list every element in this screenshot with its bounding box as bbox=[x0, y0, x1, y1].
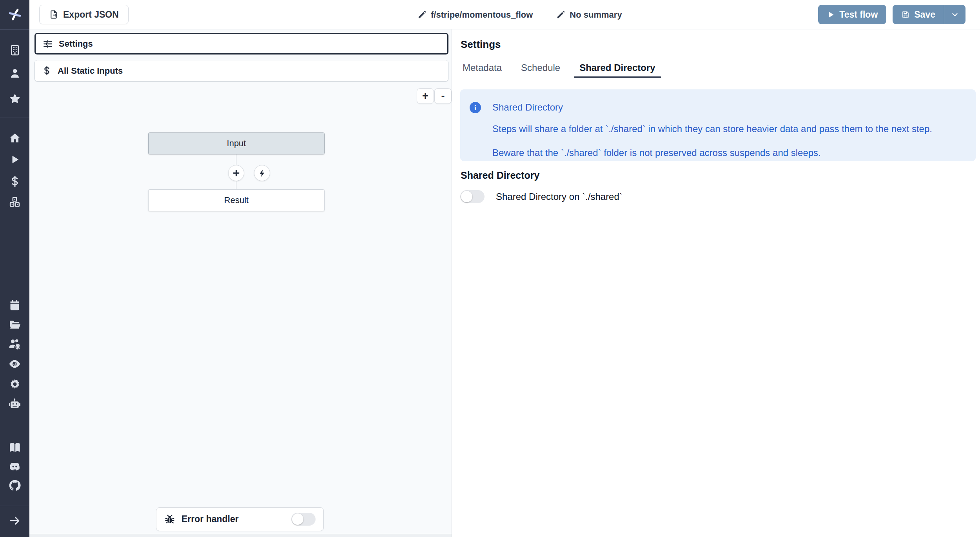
toggle-knob bbox=[461, 191, 472, 202]
sidebar-item-folders[interactable] bbox=[0, 314, 29, 335]
star-icon bbox=[9, 93, 21, 105]
home-icon bbox=[9, 132, 21, 144]
folder-icon bbox=[9, 318, 21, 331]
shared-directory-section-title: Shared Directory bbox=[461, 170, 539, 181]
plus-icon bbox=[232, 169, 241, 178]
flow-settings-box[interactable]: Settings bbox=[34, 33, 448, 54]
sidebar-item-github[interactable] bbox=[0, 475, 29, 495]
pinwheel-icon bbox=[8, 7, 22, 22]
info-line-2: Beware that the `./shared` folder is not… bbox=[492, 147, 821, 158]
error-handler-toggle[interactable] bbox=[291, 513, 316, 526]
save-split-button: Save bbox=[893, 5, 965, 24]
settings-panel-title: Settings bbox=[461, 38, 501, 51]
building-icon bbox=[9, 44, 21, 56]
dollar-icon bbox=[9, 176, 21, 187]
cubes-icon bbox=[9, 196, 21, 208]
save-button[interactable]: Save bbox=[893, 5, 944, 24]
export-json-button[interactable]: Export JSON bbox=[39, 5, 129, 24]
all-static-inputs-label: All Static Inputs bbox=[58, 66, 123, 76]
tab-label: Schedule bbox=[521, 62, 560, 73]
sidebar-item-schedules[interactable] bbox=[0, 295, 29, 315]
shared-directory-toggle-label: Shared Directory on `./shared` bbox=[496, 191, 622, 202]
flow-settings-label: Settings bbox=[59, 39, 93, 49]
file-export-icon bbox=[49, 10, 58, 19]
sidebar-item-variables[interactable] bbox=[0, 171, 29, 192]
tab-metadata[interactable]: Metadata bbox=[457, 58, 507, 77]
sidebar-item-groups[interactable] bbox=[0, 334, 29, 354]
test-flow-label: Test flow bbox=[839, 9, 878, 20]
info-line-1: Steps will share a folder at `./shared` … bbox=[492, 123, 932, 134]
flow-summary-edit[interactable]: No summary bbox=[556, 10, 622, 20]
result-node-label: Result bbox=[224, 195, 249, 205]
sidebar-divider bbox=[0, 118, 29, 118]
dollar-icon bbox=[42, 66, 52, 76]
flow-path: f/stripe/momentous_flow bbox=[431, 10, 533, 20]
test-flow-button[interactable]: Test flow bbox=[818, 5, 886, 24]
error-handler-box[interactable]: Error handler bbox=[156, 507, 324, 531]
robot-icon bbox=[8, 397, 21, 410]
save-dropdown-button[interactable] bbox=[944, 5, 965, 24]
bug-icon bbox=[164, 514, 175, 525]
shared-directory-toggle[interactable] bbox=[460, 190, 485, 203]
windmill-logo[interactable] bbox=[0, 4, 29, 25]
minus-glyph: - bbox=[441, 91, 445, 102]
canvas-bottom-strip bbox=[29, 534, 452, 537]
sidebar-item-workers[interactable] bbox=[0, 394, 29, 414]
play-icon bbox=[9, 154, 20, 165]
sidebar-item-settings[interactable] bbox=[0, 374, 29, 394]
sidebar-divider bbox=[0, 29, 29, 30]
gear-icon bbox=[9, 378, 21, 390]
add-step-button[interactable] bbox=[228, 165, 244, 181]
flow-path-edit[interactable]: f/stripe/momentous_flow bbox=[417, 10, 533, 20]
flow-editor-panel: Settings All Static Inputs + - Input bbox=[29, 29, 452, 537]
tab-label: Shared Directory bbox=[579, 62, 655, 73]
bolt-icon bbox=[258, 169, 267, 178]
input-node[interactable]: Input bbox=[148, 132, 325, 154]
play-icon bbox=[827, 11, 835, 19]
sidebar-divider bbox=[0, 506, 29, 506]
sidebar bbox=[0, 0, 29, 537]
settings-panel: Settings Metadata Schedule Shared Direct… bbox=[452, 29, 980, 537]
sidebar-item-workspace[interactable] bbox=[0, 40, 29, 60]
pencil-icon bbox=[417, 10, 426, 19]
sidebar-item-audit-logs[interactable] bbox=[0, 354, 29, 374]
pencil-icon bbox=[556, 10, 565, 19]
shared-directory-info-box: i Shared Directory Steps will share a fo… bbox=[460, 89, 976, 161]
topbar: Export JSON f/stripe/momentous_flow No s… bbox=[29, 0, 980, 29]
sidebar-item-user[interactable] bbox=[0, 63, 29, 83]
input-node-label: Input bbox=[227, 138, 246, 149]
arrow-right-icon bbox=[9, 515, 21, 527]
users-gear-icon bbox=[8, 337, 21, 350]
sliders-icon bbox=[43, 39, 53, 49]
error-handler-label: Error handler bbox=[181, 514, 285, 524]
sidebar-item-home[interactable] bbox=[0, 128, 29, 148]
export-json-label: Export JSON bbox=[63, 9, 119, 20]
plus-glyph: + bbox=[422, 91, 428, 102]
windmill-flow-editor: Export JSON f/stripe/momentous_flow No s… bbox=[0, 0, 980, 537]
chevron-down-icon bbox=[951, 10, 959, 19]
eye-icon bbox=[8, 357, 21, 370]
zoom-in-button[interactable]: + bbox=[417, 88, 434, 104]
sidebar-item-runs[interactable] bbox=[0, 149, 29, 170]
book-icon bbox=[9, 441, 21, 454]
calendar-icon bbox=[9, 299, 21, 311]
add-trigger-button[interactable] bbox=[254, 165, 270, 181]
shared-directory-toggle-row: Shared Directory on `./shared` bbox=[460, 190, 622, 203]
tab-shared-directory[interactable]: Shared Directory bbox=[574, 58, 661, 77]
result-node[interactable]: Result bbox=[148, 189, 325, 211]
sidebar-item-docs[interactable] bbox=[0, 437, 29, 458]
tab-schedule[interactable]: Schedule bbox=[515, 58, 566, 77]
sidebar-item-discord[interactable] bbox=[0, 456, 29, 477]
all-static-inputs-box[interactable]: All Static Inputs bbox=[34, 60, 448, 82]
flow-title-group: f/stripe/momentous_flow No summary bbox=[417, 0, 622, 29]
settings-tabs: Metadata Schedule Shared Directory bbox=[452, 58, 980, 77]
sidebar-item-resources[interactable] bbox=[0, 192, 29, 212]
save-label: Save bbox=[914, 9, 935, 20]
user-icon bbox=[9, 67, 21, 79]
sidebar-item-favorites[interactable] bbox=[0, 89, 29, 109]
topbar-actions: Test flow Save bbox=[818, 5, 965, 24]
info-icon: i bbox=[470, 102, 481, 113]
sidebar-expand-button[interactable] bbox=[0, 510, 29, 531]
zoom-out-button[interactable]: - bbox=[434, 88, 452, 104]
save-icon bbox=[901, 10, 910, 19]
